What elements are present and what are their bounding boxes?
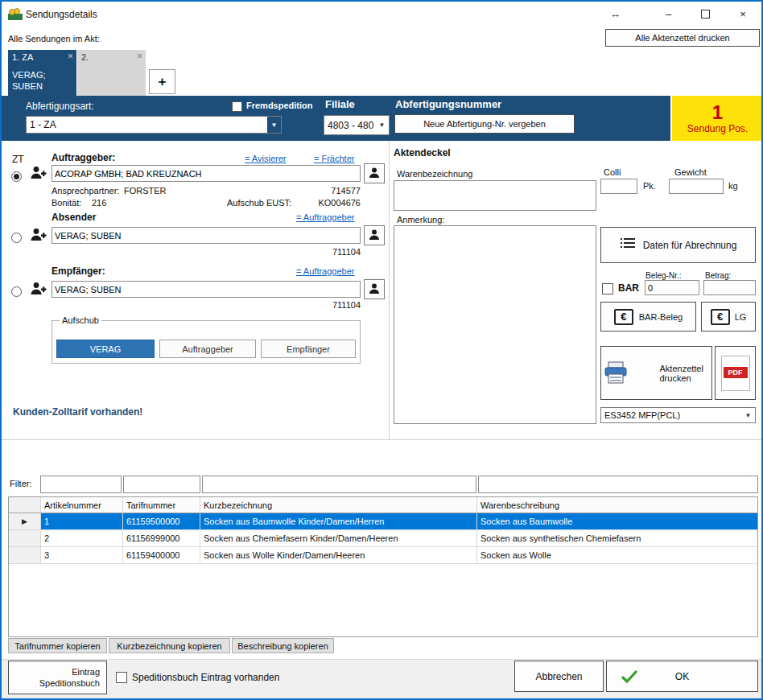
printer-select[interactable]: ES3452 MFP(PCL) ▼ (600, 407, 756, 423)
filiale-select[interactable]: 4803 - 480 ▼ (324, 115, 390, 135)
auftraggeber-contact-button[interactable] (364, 163, 385, 183)
lg-button[interactable]: € LG (701, 302, 756, 331)
speditionsbuch-checkbox[interactable] (116, 672, 127, 683)
main-divider-vertical (389, 141, 390, 439)
filiale-value: 4803 - 480 (324, 116, 375, 134)
aufschub-empfaenger-button[interactable]: Empfänger (261, 340, 356, 358)
copy-beschreibung-button[interactable]: Beschreibung kopieren (232, 638, 334, 653)
abrechnung-button[interactable]: Daten für Abrechnung (600, 227, 756, 263)
avisierer-link[interactable]: = Avisierer (245, 154, 286, 163)
main-divider-horizontal (2, 439, 761, 440)
abbrechen-button[interactable]: Abbrechen (514, 661, 604, 692)
print-all-button[interactable]: Alle Aktenzettel drucken (605, 29, 760, 47)
current-row-arrow-icon: ▶ (22, 517, 27, 525)
table-row[interactable]: ▶ 1 61159500000 Socken aus Baumwolle Kin… (9, 513, 757, 530)
maximize-button[interactable] (687, 2, 724, 26)
aufschub-eust-value: KO004676 (312, 198, 361, 208)
absender-input[interactable] (52, 227, 361, 244)
absender-number: 711104 (307, 247, 361, 257)
column-header-artikelnummer[interactable]: Artikelnummer (41, 497, 123, 513)
warenbezeichnung-input[interactable] (394, 180, 596, 211)
auftraggeber-input[interactable] (52, 165, 361, 182)
row-selector-cell[interactable] (9, 547, 41, 563)
minimize-button[interactable]: – (650, 2, 687, 26)
add-tab-button[interactable]: + (149, 69, 175, 94)
gewicht-input[interactable] (669, 179, 724, 194)
euro-icon: € (711, 309, 730, 325)
contact-person-icon (368, 282, 381, 297)
aufschub-auftraggeber-button[interactable]: Auftraggeber (159, 340, 256, 358)
copy-kurzbezeichnung-button[interactable]: Kurzbezeichnung kopieren (109, 638, 230, 653)
table-row[interactable]: 3 61159400000 Socken aus Wolle Kinder/Da… (9, 547, 757, 564)
absender-radio[interactable] (11, 233, 22, 243)
contact-person-icon (368, 229, 381, 243)
tab-2-close-icon[interactable]: × (137, 51, 142, 62)
table-cell: Socken aus synthetischen Chemiefasern (477, 530, 757, 546)
auftraggeber-number: 714577 (307, 186, 361, 196)
anmerkung-textarea[interactable] (394, 225, 596, 424)
tab-1[interactable]: 1. ZA × VERAG; SUBEN (8, 50, 76, 96)
window-title: Sendungsdetails (26, 9, 97, 20)
abfertigungsart-select[interactable]: 1 - ZA ▼ (26, 116, 282, 134)
pdf-icon: PDF (721, 356, 750, 391)
aufschub-verag-button[interactable]: VERAG (56, 340, 155, 358)
fraechter-link[interactable]: = Frächter (314, 154, 354, 163)
ok-button[interactable]: OK (606, 661, 758, 692)
close-button[interactable]: × (724, 2, 761, 26)
column-header-kurzbezeichnung[interactable]: Kurzbezeichnung (200, 497, 477, 513)
aktendeckel-title: Aktendeckel (394, 147, 451, 159)
lg-button-label: LG (735, 312, 747, 322)
absender-link[interactable]: = Auftraggeber (296, 212, 354, 222)
empfaenger-radio[interactable] (11, 286, 22, 297)
absender-contact-button[interactable] (364, 225, 385, 245)
betrag-input[interactable] (703, 280, 756, 295)
column-header-tarifnummer[interactable]: Tarifnummer (123, 497, 200, 513)
eintrag-button-line1: Eintrag (72, 666, 100, 677)
euro-icon: € (614, 309, 633, 325)
resize-button[interactable]: ↔ (597, 2, 633, 26)
table-corner-cell[interactable] (9, 497, 41, 513)
empfaenger-input[interactable] (52, 281, 361, 298)
tab-1-title: 1. ZA (12, 52, 33, 62)
filter-input-3[interactable] (202, 476, 476, 493)
ok-check-icon (621, 670, 637, 686)
tab-1-close-icon[interactable]: × (68, 51, 73, 62)
contact-person-icon (368, 167, 381, 181)
bar-label: BAR (618, 282, 639, 294)
auftraggeber-add-person-icon[interactable] (29, 165, 47, 183)
beleg-nr-input[interactable] (645, 280, 699, 295)
row-selector-cell[interactable]: ▶ (9, 513, 41, 529)
sendung-pos-label: Sendung Pos. (687, 123, 748, 134)
anmerkung-label: Anmerkung: (397, 215, 444, 224)
filter-input-1[interactable] (40, 476, 122, 493)
abfertigungsnummer-label: Abfertigungsnummer (395, 98, 501, 110)
empfaenger-link[interactable]: = Auftraggeber (296, 266, 354, 276)
aktenzettel-button[interactable]: Aktenzettel drucken (600, 346, 712, 400)
fremdspedition-checkbox[interactable] (232, 101, 242, 112)
neue-abfertigung-button[interactable]: Neue Abfertigung-Nr. vergeben (394, 114, 575, 134)
colli-input[interactable] (600, 179, 637, 194)
tab-2[interactable]: 2. × (77, 50, 146, 96)
copy-tarifnummer-button[interactable]: Tarifnummer kopieren (8, 638, 107, 653)
absender-label: Absender (52, 212, 96, 223)
filter-input-2[interactable] (123, 476, 200, 493)
empfaenger-add-person-icon[interactable] (29, 281, 47, 299)
aufschub-group-title: Aufschub (60, 315, 101, 325)
fremdspedition-label: Fremdspedition (246, 101, 313, 110)
table-row[interactable]: 2 61156999000 Socken aus Chemiefasern Ki… (9, 530, 757, 547)
printer-select-value: ES3452 MFP(PCL) (601, 408, 741, 422)
row-selector-cell[interactable] (9, 530, 41, 546)
absender-add-person-icon[interactable] (29, 227, 47, 245)
bar-beleg-button[interactable]: € BAR-Beleg (600, 302, 696, 331)
eintrag-speditionsbuch-button[interactable]: Eintrag Speditionsbuch (8, 661, 107, 694)
column-header-warenbeschreibung[interactable]: Warenbeschreibung (477, 497, 757, 513)
auftraggeber-radio[interactable] (11, 171, 22, 182)
filter-input-4[interactable] (478, 476, 758, 493)
table-cell: Socken aus Wolle Kinder/Damen/Heeren (200, 547, 477, 563)
pdf-button[interactable]: PDF (715, 346, 756, 400)
empfaenger-contact-button[interactable] (364, 279, 385, 299)
sendung-pos-panel: 1 Sendung Pos. (670, 96, 763, 141)
bar-checkbox[interactable] (602, 283, 613, 294)
tab-1-line1: VERAG; (12, 70, 46, 80)
close-icon: × (740, 8, 746, 20)
